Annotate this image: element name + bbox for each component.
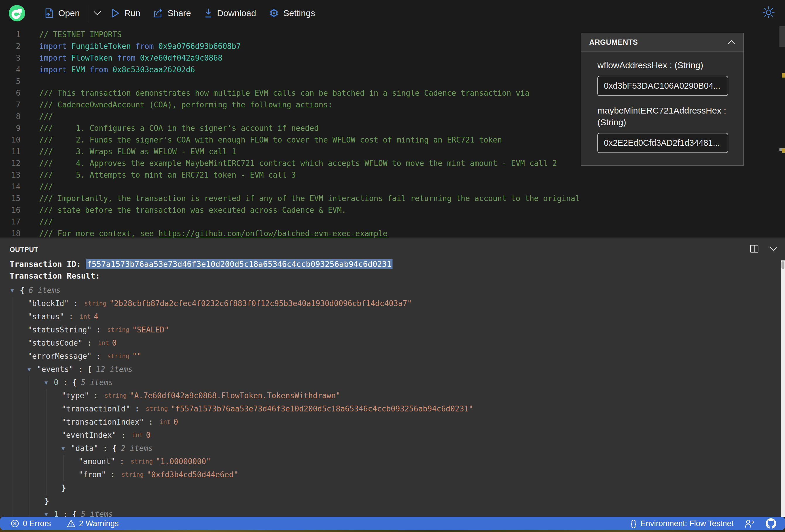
tree-row: "blockId" : string"2b28cbfb87da2cfec4f02… xyxy=(0,297,785,310)
theme-toggle-button[interactable] xyxy=(762,6,775,20)
code-token: /// 1. Configures a COA in the signer's … xyxy=(39,124,319,132)
tree-value-type: string xyxy=(84,297,106,310)
indent-guide xyxy=(64,455,64,468)
tree-toggle-icon[interactable]: ▼ xyxy=(10,284,20,297)
code-token: /// xyxy=(39,112,53,121)
tree-row: "type" : string"A.7e60df042a9c0868.FlowT… xyxy=(0,389,785,402)
editor-scrollbar-thumb[interactable] xyxy=(780,26,785,47)
download-button[interactable]: Download xyxy=(204,8,256,18)
braces-icon: {} xyxy=(630,519,637,528)
arguments-header[interactable]: ARGUMENTS xyxy=(581,33,743,52)
indent-guide xyxy=(12,442,13,455)
line-number: 1 xyxy=(0,29,21,41)
indent-guide xyxy=(47,402,47,415)
open-dropdown-button[interactable] xyxy=(93,11,101,16)
transaction-id-line: Transaction ID: f557a1573b76aa53e73d46f3… xyxy=(10,259,785,269)
errors-status[interactable]: 0 Errors xyxy=(10,519,51,528)
tree-key: "statusString" xyxy=(27,323,92,336)
tree-colon: : xyxy=(117,429,130,442)
code-token: FungibleToken xyxy=(71,42,135,51)
tree-value-type: string xyxy=(146,402,168,415)
indent-guide xyxy=(12,415,13,429)
chevron-up-icon xyxy=(728,40,735,45)
share-button[interactable]: Share xyxy=(153,8,191,18)
tree-value: 0 xyxy=(146,429,151,442)
tree-value: "SEALED" xyxy=(132,323,169,336)
github-icon[interactable] xyxy=(766,518,776,529)
tree-key: "status" xyxy=(27,310,64,323)
sun-icon xyxy=(762,6,775,19)
overview-ruler[interactable] xyxy=(780,26,785,237)
argument-input[interactable] xyxy=(598,76,728,96)
tree-toggle-icon[interactable]: ▼ xyxy=(45,376,54,389)
code-token: /// For more context, see xyxy=(39,229,158,237)
argument-input[interactable] xyxy=(598,133,728,153)
tree-value: "1.00000000" xyxy=(156,455,211,468)
tree-toggle-icon[interactable]: ▼ xyxy=(27,363,37,376)
code-text: /// xyxy=(21,110,53,122)
run-icon xyxy=(111,8,120,18)
tree-row: "statusString" : string"SEALED" xyxy=(0,323,785,336)
tree-row: ▼0 : {5 items xyxy=(0,376,785,389)
code-text: /// 1. Configures a COA in the signer's … xyxy=(21,122,319,134)
arguments-panel: ARGUMENTS wflowAddressHex : (String)mayb… xyxy=(581,33,744,166)
errors-count: 0 Errors xyxy=(23,519,51,528)
line-number: 9 xyxy=(0,122,21,134)
argument-label: maybeMintERC721AddressHex : (String) xyxy=(598,105,728,128)
code-text: /// 3. Wraps FLOW as WFLOW - EVM call 1 xyxy=(21,146,236,157)
code-token: EVM xyxy=(71,65,90,74)
tree-colon: : xyxy=(130,402,144,415)
tree-value: "2b28cbfb87da2cfec4f0232c6f883f0f12c95b3… xyxy=(109,297,412,310)
tree-value: "0xfd3b4cd50d44e6ed" xyxy=(147,468,238,481)
environment-label: Environment: Flow Testnet xyxy=(640,519,733,528)
output-tree: ▼{6 items"blockId" : string"2b28cbfb87da… xyxy=(0,284,785,517)
indent-guide xyxy=(12,363,13,376)
tree-item-count: 6 items xyxy=(29,284,61,297)
tree-key: "data" xyxy=(71,442,98,455)
warnings-status[interactable]: 2 Warnings xyxy=(67,519,119,528)
code-link[interactable]: https://github.com/onflow/batched-evm-ex… xyxy=(158,229,387,237)
tree-row: "transactionId" : string"f557a1573b76aa5… xyxy=(0,402,785,415)
tree-toggle-icon[interactable]: ▼ xyxy=(45,508,54,517)
tree-toggle-icon[interactable]: ▼ xyxy=(61,442,71,455)
line-number: 17 xyxy=(0,216,21,228)
tree-row: "transactionIndex" : int0 xyxy=(0,415,785,429)
feedback-icon[interactable] xyxy=(744,519,755,528)
code-token: FlowToken xyxy=(71,54,117,62)
cursor-mark xyxy=(780,148,782,151)
tree-row: } xyxy=(0,481,785,495)
code-text xyxy=(21,76,39,87)
split-view-icon[interactable] xyxy=(750,245,759,253)
output-scrollbar-thumb[interactable] xyxy=(782,261,784,269)
output-scrollbar[interactable] xyxy=(781,260,785,517)
indent-guide xyxy=(12,336,13,350)
tree-colon: : xyxy=(92,350,105,363)
code-token: from xyxy=(135,42,158,51)
indent-guide xyxy=(47,415,47,429)
toolbar-divider xyxy=(86,5,87,22)
collapse-output-icon[interactable] xyxy=(769,246,777,251)
run-button[interactable]: Run xyxy=(111,8,140,18)
tree-row: "errorMessage" : string"" xyxy=(0,350,785,363)
arguments-body: wflowAddressHex : (String)maybeMintERC72… xyxy=(581,52,743,165)
open-button[interactable]: Open xyxy=(45,8,80,18)
code-token: from xyxy=(117,54,140,62)
tree-value-type: string xyxy=(104,389,127,402)
panel-divider[interactable] xyxy=(0,237,785,238)
flow-logo[interactable] xyxy=(9,5,25,21)
code-token: 0x7e60df042a9c0868 xyxy=(140,54,223,62)
output-panel: OUTPUT Transaction ID: f557a1573b76aa53e… xyxy=(0,238,785,517)
tree-colon: : xyxy=(58,508,72,517)
code-token: import xyxy=(39,65,71,74)
tree-key: "amount" xyxy=(78,455,115,468)
code-token: 0x9a0766d93b6608b7 xyxy=(158,42,241,51)
tree-key: "errorMessage" xyxy=(27,350,92,363)
tree-colon: : xyxy=(69,297,82,310)
code-token: /// 4. Approves the example MaybeMintERC… xyxy=(39,159,557,168)
transaction-id-label: Transaction ID: xyxy=(10,259,86,269)
tree-close-brace: } xyxy=(45,495,49,508)
environment-status[interactable]: {} Environment: Flow Testnet xyxy=(630,519,733,528)
settings-button[interactable]: ⚙ Settings xyxy=(269,8,315,18)
line-number: 8 xyxy=(0,110,21,122)
indent-guide xyxy=(64,468,64,481)
